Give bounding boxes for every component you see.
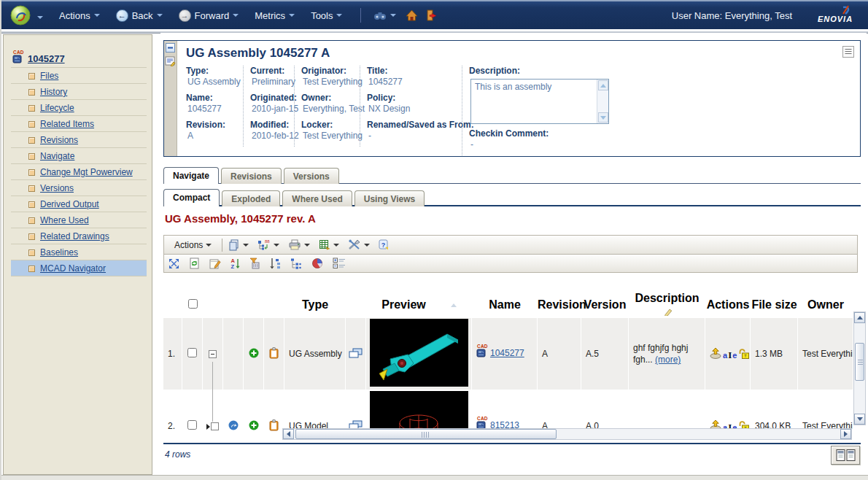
node-box-icon[interactable] [211, 422, 219, 430]
header-version[interactable]: Version [581, 292, 629, 318]
route-icon[interactable] [228, 422, 239, 433]
edit-table-icon[interactable] [209, 258, 221, 269]
add-icon[interactable] [249, 422, 259, 433]
horizontal-scroll-thumb[interactable] [295, 429, 557, 439]
structure-export-icon[interactable]: 88 [257, 239, 271, 251]
sidebar-item-files[interactable]: Files [11, 68, 147, 84]
collapse-node-icon[interactable] [209, 350, 217, 358]
sidebar-root-link[interactable]: 1045277 [28, 53, 65, 64]
logout-icon[interactable] [426, 9, 437, 21]
menu-forward[interactable]: → Forward [179, 9, 239, 22]
scroll-right-icon[interactable] [840, 429, 851, 439]
unlock-icon[interactable]: T [738, 348, 749, 361]
vertical-scroll-thumb[interactable] [855, 343, 864, 381]
select-all-checkbox[interactable] [188, 299, 198, 309]
toggle-panels-button[interactable] [831, 446, 860, 465]
actions-menu-button[interactable]: Actions [170, 238, 216, 252]
header-revision[interactable]: Revision [538, 292, 581, 318]
item-square-icon [28, 73, 35, 80]
menu-tools[interactable]: Tools [311, 10, 342, 21]
menu-actions[interactable]: Actions [59, 10, 100, 21]
item-link[interactable]: 1045277 [490, 348, 524, 358]
header-actions[interactable]: Actions [705, 292, 751, 318]
chart-icon[interactable] [311, 258, 323, 269]
rename-icon[interactable]: aIe [723, 349, 737, 361]
checkout-icon[interactable] [710, 347, 721, 361]
collapse-panel-button[interactable] [166, 43, 175, 53]
scroll-down-icon[interactable] [598, 112, 608, 123]
row-number: 1. [163, 318, 182, 390]
filter-icon[interactable] [249, 258, 260, 269]
header-rownum [163, 292, 182, 318]
header-owner[interactable]: Owner [798, 292, 853, 318]
copy-dropdown[interactable] [243, 244, 249, 247]
sidebar-item-navigate[interactable]: Navigate [11, 148, 147, 164]
more-link[interactable]: (more) [655, 355, 681, 365]
tab-compact[interactable]: Compact [163, 189, 220, 206]
properties-icon[interactable] [165, 56, 176, 69]
tools-icon[interactable] [348, 239, 361, 250]
header-description[interactable]: Description [629, 292, 705, 318]
tools-dropdown[interactable] [364, 244, 370, 247]
tab-exploded[interactable]: Exploded [222, 190, 280, 206]
clipboard-icon[interactable] [269, 423, 279, 433]
export-table-icon[interactable] [319, 239, 330, 250]
help-icon[interactable]: ? [379, 239, 389, 250]
expand-all-icon[interactable] [168, 258, 179, 269]
copy-icon[interactable] [228, 239, 240, 251]
scroll-up-icon[interactable] [598, 80, 608, 90]
app-logo-icon[interactable] [10, 5, 31, 26]
header-type[interactable]: Type [284, 292, 346, 318]
sidebar-item-related-drawings[interactable]: Related Drawings [11, 228, 147, 244]
version-cell: A.5 [581, 318, 629, 390]
sidebar-item-root[interactable]: CAD 1045277 [11, 50, 147, 68]
scroll-up-icon[interactable] [854, 312, 865, 323]
menu-back[interactable]: ← Back [116, 9, 163, 22]
print-icon[interactable] [288, 239, 301, 250]
add-icon[interactable] [249, 350, 259, 360]
sidebar-item-lifecycle[interactable]: Lifecycle [11, 100, 147, 116]
header-preview[interactable]: Preview [366, 292, 472, 318]
description-textarea[interactable]: This is an assembly [470, 79, 609, 124]
sidebar-item-baselines[interactable]: Baselines [11, 244, 147, 260]
print-preview-icon[interactable] [349, 350, 363, 360]
description-cell: ghf fghjfg hghj fgh... (more) [629, 318, 705, 390]
expand-list-icon[interactable] [842, 46, 854, 61]
field-value: Test Everything [303, 131, 354, 141]
sidebar-item-derived-output[interactable]: Derived Output [11, 196, 147, 212]
horizontal-scrollbar [282, 428, 852, 440]
tab-where-used[interactable]: Where Used [282, 190, 352, 206]
outline-view-icon[interactable] [333, 258, 346, 269]
print-dropdown[interactable] [304, 244, 310, 247]
menu-metrics[interactable]: Metrics [255, 10, 295, 21]
sidebar-item-change-mgt-powerview[interactable]: Change Mgt Powerview [11, 164, 147, 180]
tab-versions[interactable]: Versions [284, 168, 339, 184]
search-icon[interactable] [373, 11, 396, 20]
sidebar-item-history[interactable]: History [11, 84, 147, 100]
refresh-icon[interactable] [189, 258, 200, 269]
scroll-down-icon[interactable] [854, 414, 865, 425]
tree-view-icon[interactable] [290, 258, 302, 269]
scroll-left-icon[interactable] [283, 429, 294, 439]
sidebar-item-versions[interactable]: Versions [11, 180, 147, 196]
sidebar-item-related-items[interactable]: Related Items [11, 116, 147, 132]
tab-using-views[interactable]: Using Views [354, 190, 425, 206]
export-dropdown[interactable] [333, 244, 339, 247]
tab-navigate[interactable]: Navigate [163, 167, 219, 184]
edit-column-icon[interactable] [664, 308, 673, 316]
sidebar-item-where-used[interactable]: Where Used [11, 212, 147, 228]
tab-revisions[interactable]: Revisions [221, 168, 282, 184]
header-file-size[interactable]: File size [751, 292, 798, 318]
sort-tree-icon[interactable] [270, 258, 281, 269]
sort-az-icon[interactable]: AZ [230, 258, 240, 269]
structure-dropdown[interactable] [274, 244, 279, 247]
app-menu-dropdown[interactable] [37, 10, 43, 21]
expand-node-icon[interactable] [206, 424, 210, 430]
sidebar-item-mcad-navigator[interactable]: MCAD Navigator [11, 260, 147, 276]
row-checkbox[interactable] [187, 348, 197, 357]
clipboard-icon[interactable] [269, 351, 279, 361]
header-name[interactable]: Name [472, 292, 538, 318]
home-icon[interactable] [406, 9, 418, 21]
row-checkbox[interactable] [187, 420, 197, 430]
sidebar-item-revisions[interactable]: Revisions [11, 132, 147, 148]
